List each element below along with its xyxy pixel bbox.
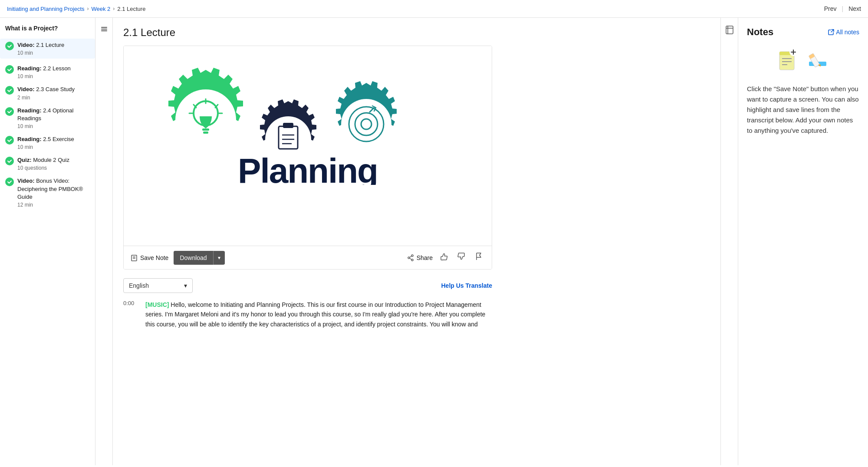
help-translate-link[interactable]: Help Us Translate	[441, 282, 493, 289]
breadcrumb-bar: Initiating and Planning Projects › Week …	[0, 0, 868, 18]
check-icon-1	[5, 42, 14, 50]
notes-icons	[747, 48, 859, 73]
svg-rect-2	[101, 30, 107, 31]
sidebar-item-text-1: Video: 2.1 Lecture 10 min	[17, 41, 90, 56]
next-button[interactable]: Next	[848, 5, 861, 12]
video-container: Planning Save Note Do	[123, 46, 492, 270]
breadcrumb-course-link[interactable]: Initiating and Planning Projects	[7, 6, 85, 12]
sidebar-item-reading-22[interactable]: Reading: 2.2 Lesson 10 min	[5, 65, 90, 79]
music-tag: [MUSIC]	[145, 301, 169, 308]
sidebar-item-reading-25[interactable]: Reading: 2.5 Exercise 10 min	[5, 135, 90, 150]
thumbs-down-button[interactable]	[455, 250, 467, 265]
flag-button[interactable]	[473, 250, 485, 265]
sidebar: What is a Project? Video: 2.1 Lecture 10…	[0, 18, 95, 465]
prev-button[interactable]: Prev	[824, 5, 837, 12]
notes-panel: Notes All notes	[738, 18, 868, 465]
sidebar-item-duration-7: 12 min	[17, 202, 90, 208]
sidebar-item-video-bonus[interactable]: Video: Bonus Video: Deciphering the PMBO…	[5, 177, 90, 208]
panel-toggle[interactable]	[720, 18, 738, 465]
notes-title: Notes	[747, 26, 773, 38]
content-area: 2.1 Lecture	[113, 18, 720, 465]
breadcrumb-navigation: Prev | Next	[824, 5, 861, 12]
sidebar-item-text-6: Quiz: Module 2 Quiz 10 questions	[17, 156, 90, 171]
svg-rect-7	[203, 132, 208, 134]
share-button[interactable]: Share	[407, 254, 433, 261]
sidebar-item-type-4: Reading:	[17, 107, 42, 114]
transcript-entry: 0:00 [MUSIC] Hello, welcome to Initiatin…	[123, 300, 492, 329]
sidebar-item-duration-1: 10 min	[17, 50, 90, 56]
sidebar-toggle-strip[interactable]	[95, 18, 113, 465]
svg-point-28	[411, 255, 413, 257]
main-layout: What is a Project? Video: 2.1 Lecture 10…	[0, 18, 868, 465]
sidebar-item-label-5: Reading: 2.5 Exercise	[17, 135, 90, 143]
sidebar-item-label-4: Reading: 2.4 Optional Readings	[17, 107, 90, 122]
language-value: English	[129, 282, 149, 289]
svg-rect-0	[101, 27, 107, 28]
save-note-label: Save Note	[140, 254, 168, 261]
controls-left: Save Note Download ▾	[131, 251, 225, 265]
sidebar-item-type-6: Quiz:	[17, 157, 32, 163]
check-icon-2	[5, 65, 14, 74]
video-controls: Save Note Download ▾	[124, 246, 492, 269]
download-main-label[interactable]: Download	[174, 251, 213, 265]
svg-point-29	[408, 257, 410, 259]
sidebar-item-duration-6: 10 questions	[17, 165, 90, 171]
breadcrumb-sep-2: ›	[113, 6, 115, 12]
sidebar-item-text-4: Reading: 2.4 Optional Readings 10 min	[17, 107, 90, 129]
sidebar-item-text-2: Reading: 2.2 Lesson 10 min	[17, 65, 90, 79]
planning-graphic: Planning	[124, 46, 492, 246]
sidebar-item-name-3: 2.3 Case Study	[36, 86, 75, 92]
save-note-button[interactable]: Save Note	[131, 254, 168, 261]
sidebar-item-type-2: Reading:	[17, 65, 42, 72]
svg-line-31	[409, 256, 411, 257]
language-select[interactable]: English ▾	[123, 278, 193, 293]
all-notes-label: All notes	[836, 29, 859, 36]
sidebar-item-type-7: Video:	[17, 178, 35, 184]
check-icon-7	[5, 178, 14, 186]
sidebar-item-label-6: Quiz: Module 2 Quiz	[17, 156, 90, 164]
svg-rect-6	[202, 128, 209, 131]
svg-rect-15	[283, 123, 293, 128]
sidebar-item-name-2: 2.2 Lesson	[43, 65, 71, 72]
book-icon	[724, 25, 735, 35]
video-image[interactable]: Planning	[124, 46, 492, 246]
save-note-icon-large	[777, 48, 799, 73]
sidebar-item-name-6: Module 2 Quiz	[33, 157, 69, 163]
sidebar-item-duration-2: 10 min	[17, 73, 90, 79]
svg-point-30	[411, 259, 413, 261]
download-arrow-icon[interactable]: ▾	[214, 251, 225, 264]
pencil-icon-large	[806, 49, 829, 72]
sidebar-item-quiz[interactable]: Quiz: Module 2 Quiz 10 questions	[5, 156, 90, 171]
sidebar-item-text-3: Video: 2.3 Case Study 2 min	[17, 86, 90, 100]
sidebar-item-text-7: Video: Bonus Video: Deciphering the PMBO…	[17, 177, 90, 208]
thumbs-up-button[interactable]	[438, 250, 450, 265]
sidebar-title: What is a Project?	[5, 25, 90, 32]
lecture-title: 2.1 Lecture	[123, 26, 710, 39]
sidebar-item-reading-24[interactable]: Reading: 2.4 Optional Readings 10 min	[5, 107, 90, 129]
sidebar-item-text-5: Reading: 2.5 Exercise 10 min	[17, 135, 90, 150]
svg-rect-1	[101, 29, 107, 30]
sidebar-item-type-3: Video:	[17, 86, 35, 92]
planning-svg-graphic: Planning	[145, 55, 470, 185]
sidebar-item-duration-3: 2 min	[17, 95, 90, 101]
transcript-timestamp: 0:00	[123, 300, 138, 329]
sidebar-item-label-7: Video: Bonus Video: Deciphering the PMBO…	[17, 177, 90, 201]
controls-right: Share	[407, 250, 485, 265]
sidebar-item-label-3: Video: 2.3 Case Study	[17, 86, 90, 93]
svg-rect-33	[726, 26, 733, 34]
sidebar-item-video-23[interactable]: Video: 2.3 Case Study 2 min	[5, 86, 90, 100]
svg-line-32	[409, 258, 411, 260]
share-label: Share	[417, 254, 433, 261]
external-link-icon	[828, 29, 834, 35]
check-icon-6	[5, 157, 14, 165]
sidebar-item-video-21[interactable]: Video: 2.1 Lecture 10 min	[0, 39, 95, 59]
toggle-sidebar-icon[interactable]	[100, 25, 108, 35]
nav-separator: |	[842, 5, 844, 12]
all-notes-link[interactable]: All notes	[828, 29, 859, 36]
sidebar-item-duration-5: 10 min	[17, 144, 90, 150]
check-icon-3	[5, 86, 14, 95]
breadcrumb-week-link[interactable]: Week 2	[92, 6, 111, 12]
download-button[interactable]: Download ▾	[174, 251, 224, 265]
sidebar-item-label-2: Reading: 2.2 Lesson	[17, 65, 90, 72]
breadcrumb: Initiating and Planning Projects › Week …	[7, 6, 145, 12]
